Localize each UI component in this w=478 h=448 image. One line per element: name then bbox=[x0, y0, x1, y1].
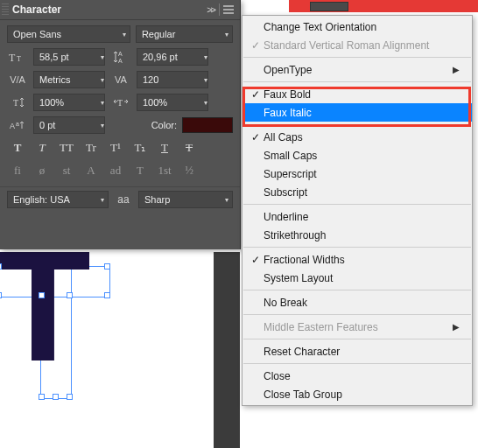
handle[interactable] bbox=[104, 263, 110, 270]
type-style-button[interactable]: T bbox=[7, 139, 28, 157]
svg-text:T: T bbox=[117, 98, 123, 108]
language-dropdown[interactable]: English: USA▾ bbox=[7, 191, 109, 208]
menu-item[interactable]: Faux Italic bbox=[243, 103, 472, 122]
menu-item-label: System Layout bbox=[264, 272, 460, 284]
type-style-button[interactable]: TT bbox=[56, 139, 77, 157]
tracking-value: 120 bbox=[141, 74, 200, 85]
svg-text:A: A bbox=[10, 122, 15, 130]
menu-item[interactable]: Superscript bbox=[243, 164, 472, 183]
type-style-button[interactable]: A bbox=[81, 162, 102, 179]
screenshot-stage: T Character >> Open Sans▾ bbox=[0, 0, 478, 448]
hscale-icon: T bbox=[110, 96, 131, 108]
menu-item-label: No Break bbox=[264, 297, 460, 309]
menu-item[interactable]: No Break bbox=[243, 293, 472, 312]
kerning-input[interactable]: Metrics▾ bbox=[33, 71, 105, 88]
chevron-down-icon: ▾ bbox=[204, 53, 207, 61]
character-panel: Character >> Open Sans▾ Regular▾ TT bbox=[0, 0, 241, 249]
type-style-button[interactable]: T bbox=[154, 139, 175, 157]
antialias-dropdown[interactable]: Sharp▾ bbox=[138, 191, 233, 208]
menu-item[interactable]: Strikethrough bbox=[243, 226, 472, 244]
type-style-button[interactable]: 1st bbox=[154, 162, 175, 179]
type-style-button[interactable]: fi bbox=[7, 162, 28, 179]
svg-text:A: A bbox=[118, 58, 123, 64]
text-object[interactable]: T bbox=[0, 261, 110, 397]
hscale-input[interactable]: 100%▾ bbox=[137, 94, 208, 111]
color-swatch[interactable] bbox=[182, 117, 233, 133]
menu-item-label: Middle Eastern Features bbox=[264, 321, 453, 333]
antialias-value: Sharp bbox=[144, 194, 170, 205]
font-style-value: Regular bbox=[142, 29, 176, 39]
menu-item: Middle Eastern Features▶ bbox=[243, 318, 472, 336]
panel-body: Open Sans▾ Regular▾ TT 58,5 pt▾ AA 20, bbox=[0, 20, 240, 186]
type-style-button[interactable]: T bbox=[130, 162, 151, 179]
menu-item[interactable]: System Layout bbox=[243, 269, 472, 287]
chevron-down-icon: ▾ bbox=[225, 31, 228, 38]
menu-item[interactable]: Reset Character bbox=[243, 342, 472, 360]
type-style-button[interactable]: ½ bbox=[179, 162, 200, 179]
type-style-button[interactable]: Tr bbox=[81, 139, 102, 157]
app-frame-top bbox=[289, 0, 478, 12]
vscale-icon: T bbox=[7, 96, 28, 108]
kerning-value: Metrics bbox=[38, 74, 97, 85]
chevron-down-icon: ▾ bbox=[101, 196, 104, 204]
separator bbox=[219, 4, 220, 16]
menu-item[interactable]: ✓All Caps bbox=[243, 128, 472, 146]
font-style-dropdown[interactable]: Regular▾ bbox=[136, 25, 233, 43]
collapse-icon[interactable]: >> bbox=[207, 4, 214, 15]
type-style-button[interactable]: T¹ bbox=[105, 139, 126, 157]
tracking-icon: VA bbox=[110, 74, 131, 85]
vscale-input[interactable]: 100%▾ bbox=[33, 94, 105, 111]
svg-text:T: T bbox=[13, 98, 18, 108]
handle[interactable] bbox=[53, 394, 59, 400]
menu-item[interactable]: OpenType▶ bbox=[243, 60, 472, 79]
handle[interactable] bbox=[39, 292, 45, 298]
menu-item[interactable]: Close Tab Group bbox=[243, 385, 472, 403]
leading-input[interactable]: 20,96 pt▾ bbox=[137, 48, 208, 66]
panel-grip[interactable] bbox=[2, 4, 9, 16]
kerning-icon: V/A bbox=[7, 74, 28, 85]
menu-separator bbox=[243, 314, 471, 315]
type-style-button[interactable]: st bbox=[56, 162, 77, 179]
menu-item[interactable]: Change Text Orientation bbox=[243, 18, 472, 36]
leading-value: 20,96 pt bbox=[141, 52, 200, 62]
menu-item[interactable]: Subscript bbox=[243, 183, 472, 201]
menu-item[interactable]: Underline bbox=[243, 207, 472, 226]
panel-menu-icon[interactable] bbox=[222, 4, 235, 15]
menu-item-label: Small Caps bbox=[264, 150, 460, 162]
baseline-icon: Aa bbox=[7, 119, 28, 131]
handle[interactable] bbox=[39, 394, 45, 400]
font-family-dropdown[interactable]: Open Sans▾ bbox=[7, 25, 130, 43]
antialias-icon: aa bbox=[112, 193, 135, 206]
menu-item[interactable]: Small Caps bbox=[243, 146, 472, 164]
font-size-input[interactable]: 58,5 pt▾ bbox=[33, 48, 105, 66]
type-style-row-2: fiøstAadT1st½ bbox=[7, 162, 233, 179]
menu-item-label: Underline bbox=[264, 211, 460, 223]
panel-title: Character bbox=[12, 4, 207, 16]
type-style-button[interactable]: T bbox=[32, 139, 53, 157]
menu-item-label: OpenType bbox=[264, 64, 453, 76]
menu-item-label: All Caps bbox=[264, 131, 460, 144]
type-style-row-1: TTTTTrT¹T₁TŦ bbox=[7, 139, 233, 157]
panel-footer: English: USA▾ aa Sharp▾ bbox=[0, 186, 240, 214]
type-style-button[interactable]: Ŧ bbox=[179, 139, 200, 157]
menu-item[interactable]: ✓Faux Bold bbox=[243, 85, 472, 103]
baseline-input[interactable]: 0 pt▾ bbox=[33, 116, 105, 134]
menu-separator bbox=[243, 339, 471, 340]
handle[interactable] bbox=[104, 292, 110, 298]
handle[interactable] bbox=[0, 292, 2, 298]
baseline-value: 0 pt bbox=[38, 120, 97, 130]
check-icon: ✓ bbox=[248, 254, 264, 266]
chevron-down-icon: ▾ bbox=[101, 99, 104, 107]
handle[interactable] bbox=[0, 263, 2, 270]
handle[interactable] bbox=[67, 292, 73, 298]
menu-item[interactable]: ✓Fractional Widths bbox=[243, 250, 472, 269]
type-style-button[interactable]: ad bbox=[105, 162, 126, 179]
check-icon: ✓ bbox=[248, 131, 264, 144]
menu-separator bbox=[243, 204, 471, 205]
type-style-button[interactable]: T₁ bbox=[130, 139, 151, 157]
menu-item[interactable]: Close bbox=[243, 367, 472, 385]
handle[interactable] bbox=[67, 394, 73, 400]
leading-icon: AA bbox=[110, 50, 131, 64]
type-style-button[interactable]: ø bbox=[32, 162, 53, 179]
tracking-input[interactable]: 120▾ bbox=[137, 71, 208, 88]
